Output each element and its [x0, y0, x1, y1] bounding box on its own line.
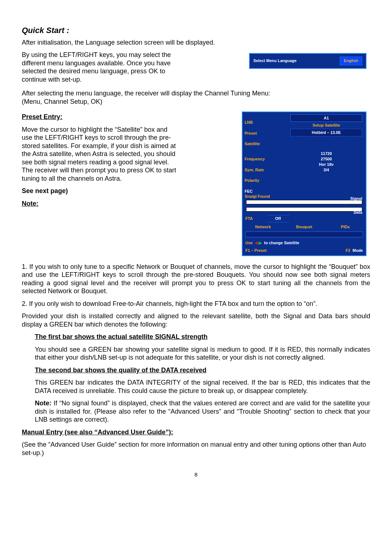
signal-bar: [246, 200, 362, 204]
bar1-heading: The first bar shows the actual satellite…: [35, 333, 370, 341]
f1-label: F1 – Preset: [245, 248, 346, 253]
preset-entry-text: Move the cursor to highlight the “Satell…: [22, 126, 178, 183]
data-label: Data: [354, 210, 362, 215]
signal-found-label: Snaigl Found: [245, 194, 270, 199]
language-osd: Select Menu Language English: [249, 53, 367, 69]
after-language-2: (Menu, Channel Setup, OK): [22, 98, 370, 106]
fec-value: 3/4: [289, 167, 364, 173]
bar1-text: You should see a GREEN bar showing your …: [35, 345, 370, 362]
pids-label: PIDs: [325, 223, 366, 231]
right-arrow-icon: ▶: [259, 241, 262, 245]
language-instructions: By using the LEFT/RIGHT keys, you may se…: [22, 51, 178, 83]
satellite-value: Hotbird – 13.0E: [290, 129, 362, 136]
polarity-value: Hor 18v: [289, 162, 364, 167]
tune-labels-2: Frequency Sym. Rate Polarity FEC: [242, 149, 287, 196]
bar2-heading: The second bar shows the quality of the …: [35, 366, 370, 374]
after-language-1: After selecting the menu language, the r…: [22, 89, 370, 98]
use-hint-row: Use ◀ ▶ to change Satellite: [242, 239, 366, 247]
tune-labels-1: LNB Preset Satellite: [242, 112, 287, 149]
no-signal-note: Note: If “No signal found” is displayed,…: [35, 399, 370, 424]
channel-tuning-osd: LNB Preset Satellite A1 Setup Satellite …: [242, 111, 367, 256]
bouquet-bar: [245, 232, 363, 237]
section-title: Quick Start :: [22, 25, 370, 36]
bar2-text: This GREEN bar indicates the DATA INTEGR…: [35, 378, 370, 395]
bouquet-label: Bouquet: [283, 223, 324, 231]
intro-text: After initialisation, the Language selec…: [22, 38, 370, 47]
frequency-value: 11720: [289, 151, 364, 156]
language-osd-label: Select Menu Language: [253, 58, 297, 64]
preset-value: Setup Satellite: [289, 123, 364, 128]
network-label: Network: [242, 223, 283, 231]
language-osd-value: English: [340, 57, 362, 65]
lnb-value: A1: [290, 114, 362, 122]
note-2: 2. If you only wish to download Free-to-…: [22, 300, 370, 308]
note-1: 1. If you wish to only tune to a specifi…: [22, 263, 370, 295]
fta-value: Off: [267, 215, 289, 222]
provided-text: Provided your dish is installed correctl…: [22, 312, 370, 328]
manual-entry-text: (See the “Advanced User Guide” section f…: [22, 441, 370, 457]
data-bar: [246, 207, 362, 212]
f2-label: F2 Mode: [346, 248, 363, 253]
symrate-value: 27500: [289, 156, 364, 162]
manual-entry-heading: Manual Entry (see also “Advanced User Gu…: [22, 428, 370, 437]
signal-label: Signal: [350, 196, 362, 201]
fta-label: FTA: [244, 216, 267, 221]
page-number: 8: [22, 471, 370, 478]
left-arrow-icon: ◀: [255, 241, 258, 245]
